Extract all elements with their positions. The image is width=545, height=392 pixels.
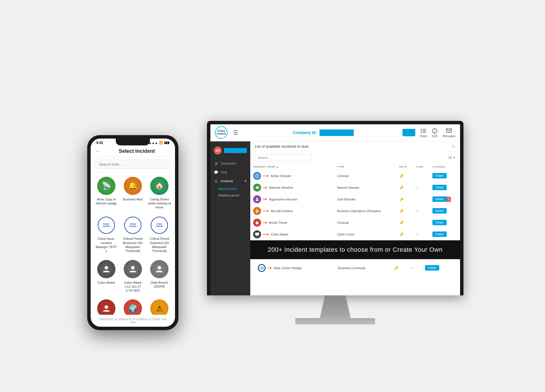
phone-footer-text: Select from an existing list of Incident…	[99, 318, 166, 324]
svg-point-15	[256, 222, 258, 224]
key-icon: 🔑	[399, 232, 404, 236]
incident-name: Business Alert	[123, 197, 143, 201]
list-item[interactable]: 🌍 Earthquake	[119, 296, 146, 314]
per-page-value: 25	[448, 156, 452, 159]
th-actions: ACTIONS	[430, 164, 460, 170]
check-icon: ✓	[416, 186, 419, 190]
tasks-icon	[420, 128, 427, 134]
banner: 200+ Incident templates to choose from o…	[250, 240, 460, 259]
incident-icon: 🏠	[150, 177, 168, 195]
sidebar-item-dashboard[interactable]: 🖥 Dashboard	[210, 159, 250, 168]
messages-nav-item[interactable]: Messages	[442, 128, 455, 138]
list-item[interactable]: Data Breach (GDPR)	[146, 257, 173, 296]
sidebar-sub-start-incident[interactable]: Start Incident	[210, 186, 250, 192]
profile-button[interactable]	[402, 129, 415, 136]
list-item[interactable]: 🔔 Business Alert	[119, 173, 146, 213]
phone-frame: 9:41 ▲▲▲ 📶 ▮▮▮ ← Select Incident	[87, 135, 178, 330]
incident-keys: 🔑	[396, 228, 413, 240]
chevron-down-icon: ▼	[244, 180, 247, 182]
phone-footer: Select from an existing list of Incident…	[91, 318, 175, 324]
incident-keys: 🔑	[396, 217, 413, 228]
incident-icon	[253, 184, 261, 192]
initiate-button[interactable]: Initiate	[432, 196, 446, 202]
company-id-label: Company Id:	[293, 130, 317, 135]
list-item[interactable]: CrisesControl Critical Period Reached (S…	[146, 213, 173, 256]
check-icon: ✓	[416, 232, 419, 236]
incident-icon	[253, 195, 261, 203]
bottom-incident-table: CrisesControl Data Center Outage	[255, 262, 455, 274]
list-item[interactable]: Cyber Attack	[93, 257, 119, 296]
svg-point-0	[105, 266, 108, 269]
sidebar-sub-awaiting-launch[interactable]: Awaiting Launch	[210, 192, 250, 199]
incident-icon: 🌍	[124, 299, 142, 314]
table-row: Adverse Weather Natural Disaster 🔑 ✓ Ini…	[250, 182, 460, 193]
per-page-chevron[interactable]: ▼	[453, 156, 455, 159]
sidebar-item-label: Incidents	[221, 179, 233, 183]
incident-actions: Initiate	[430, 170, 460, 182]
phone-app-title: Select Incident	[103, 148, 170, 154]
incident-keys: 🔑	[396, 182, 413, 193]
list-item[interactable]: Denial of Access	[93, 296, 119, 314]
incident-icon: CrisesControl	[150, 216, 168, 234]
phone-screen: 9:41 ▲▲▲ 📶 ▮▮▮ ← Select Incident	[91, 139, 175, 327]
phone-notch	[116, 139, 150, 145]
back-arrow-icon[interactable]: ←	[95, 148, 100, 154]
initiate-button[interactable]: Initiate	[425, 265, 439, 271]
initiate-button[interactable]: Initiate	[432, 220, 446, 225]
phone-incident-grid: 📡 Alma Copy of Internet outage 🔔 Busines…	[91, 172, 175, 315]
initiate-button[interactable]: Initiate	[432, 231, 446, 237]
avatar-name-bar	[224, 148, 247, 153]
incident-name: Active Shooter	[271, 174, 291, 178]
phone-search-input[interactable]	[95, 160, 171, 169]
per-page-control: 25 ▼	[448, 156, 455, 159]
priority-dots	[263, 198, 267, 200]
wifi-icon: ▲▲▲	[149, 141, 158, 145]
incident-actions: Initiate	[430, 182, 460, 193]
phone-time: 9:41	[96, 141, 103, 145]
incident-name: Cloud Issue: Incident Manager TEST 1	[95, 237, 118, 253]
monitor-bezel: CrisesControl ☰ Company Id:	[207, 121, 463, 295]
sidebar-sub-label: Awaiting Launch	[218, 194, 239, 197]
initiate-button[interactable]: Initiate	[432, 208, 446, 214]
hamburger-icon[interactable]: ☰	[233, 129, 238, 136]
company-logo: CrisesControl	[215, 126, 227, 139]
incident-name: Bomb Threat	[269, 221, 287, 224]
initiate-with-badge: Initiate Z	[432, 196, 457, 202]
incident-name-cell: Adverse Weather	[250, 182, 334, 193]
dashboard-icon: 🖥	[214, 161, 218, 166]
scene: 9:41 ▲▲▲ 📶 ▮▮▮ ← Select Incident	[73, 39, 472, 353]
list-item[interactable]: CrisesControl Critical Period Breached (…	[119, 213, 146, 256]
svg-point-3	[105, 305, 108, 309]
refresh-icon[interactable]: ↻	[452, 144, 455, 149]
incident-name: Aircraft Incident	[271, 209, 292, 213]
incident-icon	[150, 260, 168, 278]
sidebar-item-ping[interactable]: 💬 Ping	[210, 168, 250, 177]
initiate-button[interactable]: Initiate	[432, 185, 446, 190]
sos-nav-item[interactable]: SOS	[432, 128, 438, 138]
incident-name: Cyber Attack	[97, 281, 115, 285]
search-row: 25 ▼	[250, 152, 460, 164]
list-item[interactable]: 📡 Alma Copy of Internet outage	[93, 173, 119, 213]
initiate-button[interactable]: Initiate	[432, 173, 446, 178]
incident-table: INCIDENT NAME ▲ TYPE KEYS TASK ACTIONS	[250, 164, 460, 240]
incident-icon: 🔔	[124, 177, 142, 195]
list-item[interactable]: ⚠ Center (transputec house)	[146, 296, 173, 314]
sidebar-item-label: Ping	[221, 170, 227, 174]
table-row: Bomb Threat Criminal 🔑 Initiate	[250, 217, 460, 228]
key-icon: 🔑	[394, 266, 398, 270]
list-item[interactable]: 🏠 Caring Duties whilst working at home	[146, 173, 173, 213]
incident-type: Business Continuity	[335, 262, 391, 274]
incident-name: Data Center Outage	[274, 266, 302, 270]
header-icons: Tasks SOS Messages	[402, 128, 455, 138]
list-item[interactable]: Cyber Attack v.12-Jun-17 17:07 BST	[119, 257, 146, 296]
incident-name: Aggressive Intrusion	[269, 198, 298, 201]
tasks-nav-item[interactable]: Tasks	[420, 128, 427, 138]
incident-icon	[97, 299, 115, 314]
incident-name-cell: Aircraft Incident	[250, 205, 334, 217]
sidebar-item-incidents[interactable]: ⚠ Incidents ▼	[210, 177, 250, 186]
app-body: AS 🖥 Dashboard 💬 Ping ⚠	[210, 141, 460, 295]
search-input[interactable]	[255, 154, 312, 161]
sidebar-item-label: Dashboard	[221, 162, 236, 165]
incident-name-cell: Cyber Attack	[250, 228, 334, 240]
list-item[interactable]: CrisesControl Cloud Issue: Incident Mana…	[93, 213, 119, 256]
